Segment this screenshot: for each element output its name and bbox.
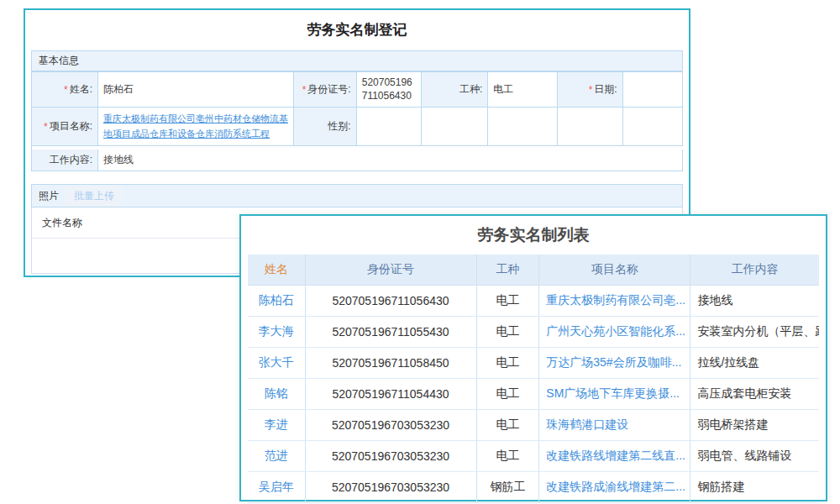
cell-work-content: 钢筋搭建 bbox=[690, 471, 819, 502]
project-name-link[interactable]: 重庆太极制药有限公司亳州中药材仓储物流基地项目成品仓库和设备仓库消防系统工程 bbox=[103, 112, 288, 140]
cell-name-link[interactable]: 李大海 bbox=[248, 316, 305, 347]
form-empty-cell bbox=[623, 108, 683, 146]
column-header-name: 姓名 bbox=[248, 255, 305, 285]
form-empty-cell bbox=[488, 108, 558, 146]
job-type-label: 工种: bbox=[422, 72, 488, 108]
cell-name-link[interactable]: 陈铭 bbox=[248, 378, 305, 409]
table-row: 陈铭 520705196711054430 电工 SM广场地下车库更换摄... … bbox=[248, 378, 819, 409]
cell-work-content: 拉线/拉线盘 bbox=[690, 347, 819, 378]
work-content-label: 工作内容: bbox=[32, 150, 98, 171]
cell-id-number: 520705196711056430 bbox=[305, 285, 476, 316]
cell-name-link[interactable]: 张大千 bbox=[248, 347, 305, 378]
cell-work-content: 接地线 bbox=[690, 285, 819, 316]
batch-upload-button[interactable]: 批量上传 bbox=[66, 186, 123, 207]
table-row: 李进 520705196703053230 电工 珠海鹤港口建设 弱电桥架搭建 bbox=[248, 409, 819, 440]
table-row: 张大千 520705196711058450 电工 万达广场35#会所及咖啡..… bbox=[248, 347, 819, 378]
cell-name-link[interactable]: 陈柏石 bbox=[248, 285, 305, 316]
table-row: 陈柏石 520705196711056430 电工 重庆太极制药有限公司亳...… bbox=[248, 285, 819, 316]
cell-job-type: 电工 bbox=[476, 285, 539, 316]
photo-section-label: 照片 bbox=[39, 189, 59, 203]
form-row-2: * 项目名称: 重庆太极制药有限公司亳州中药材仓储物流基地项目成品仓库和设备仓库… bbox=[32, 108, 683, 146]
cell-project-link[interactable]: 改建铁路成渝线增建第二... bbox=[539, 471, 690, 502]
cell-work-content: 弱电管、线路铺设 bbox=[690, 440, 819, 471]
table-row: 范进 520705196703053230 电工 改建铁路线增建第二线直... … bbox=[248, 440, 819, 471]
required-asterisk: * bbox=[302, 84, 307, 96]
labor-list-table: 姓名 身份证号 工种 项目名称 工作内容 陈柏石 520705196711056… bbox=[248, 255, 819, 503]
date-value-cell[interactable] bbox=[623, 72, 683, 108]
cell-id-number: 520705196711055430 bbox=[305, 316, 476, 347]
required-asterisk: * bbox=[64, 84, 68, 96]
gender-value-cell[interactable] bbox=[357, 108, 423, 146]
table-row: 吴启年 520705196703053230 钢筋工 改建铁路成渝线增建第二..… bbox=[248, 471, 819, 502]
cell-project-link[interactable]: 珠海鹤港口建设 bbox=[539, 409, 690, 440]
list-table-body: 陈柏石 520705196711056430 电工 重庆太极制药有限公司亳...… bbox=[248, 285, 819, 502]
cell-project-link[interactable]: 改建铁路线增建第二线直... bbox=[539, 440, 690, 471]
cell-job-type: 电工 bbox=[476, 409, 539, 440]
form-empty-cell bbox=[422, 108, 488, 146]
column-header-job-type: 工种 bbox=[476, 255, 539, 285]
required-asterisk: * bbox=[44, 121, 48, 133]
cell-name-link[interactable]: 范进 bbox=[248, 440, 305, 471]
column-header-work-content: 工作内容 bbox=[690, 255, 819, 285]
list-title: 劳务实名制列表 bbox=[248, 216, 819, 255]
work-content-value-cell[interactable]: 接地线 bbox=[98, 150, 683, 171]
cell-work-content: 弱电桥架搭建 bbox=[690, 409, 819, 440]
photo-section-header: 照片 批量上传 bbox=[31, 184, 683, 207]
table-header-row: 姓名 身份证号 工种 项目名称 工作内容 bbox=[248, 255, 819, 285]
cell-project-link[interactable]: 万达广场35#会所及咖啡... bbox=[539, 347, 690, 378]
basic-info-section-label: 基本信息 bbox=[39, 54, 79, 68]
column-header-project: 项目名称 bbox=[539, 255, 690, 285]
cell-project-link[interactable]: 重庆太极制药有限公司亳... bbox=[539, 285, 690, 316]
date-label: * 日期: bbox=[558, 72, 623, 108]
cell-id-number: 520705196711058450 bbox=[305, 347, 476, 378]
name-label: * 姓名: bbox=[32, 72, 98, 108]
project-name-label: * 项目名称: bbox=[32, 108, 98, 146]
cell-project-link[interactable]: 广州天心苑小区智能化系... bbox=[539, 316, 690, 347]
cell-job-type: 电工 bbox=[476, 378, 539, 409]
cell-work-content: 安装室内分机（平层、跃... bbox=[690, 316, 819, 347]
project-name-value-cell: 重庆太极制药有限公司亳州中药材仓储物流基地项目成品仓库和设备仓库消防系统工程 bbox=[98, 108, 294, 146]
registration-title: 劳务实名制登记 bbox=[31, 10, 683, 50]
cell-job-type: 钢筋工 bbox=[476, 471, 539, 502]
cell-work-content: 高压成套电柜安装 bbox=[690, 378, 819, 409]
list-panel: 劳务实名制列表 姓名 身份证号 工种 项目名称 工作内容 陈柏石 5207051… bbox=[239, 214, 827, 501]
basic-info-section-header: 基本信息 bbox=[31, 50, 683, 71]
table-row: 李大海 520705196711055430 电工 广州天心苑小区智能化系...… bbox=[248, 316, 819, 347]
cell-id-number: 520705196711054430 bbox=[305, 378, 476, 409]
cell-job-type: 电工 bbox=[476, 347, 539, 378]
cell-name-link[interactable]: 吴启年 bbox=[248, 471, 305, 502]
form-row-3: 工作内容: 接地线 bbox=[32, 150, 683, 171]
column-header-id-number: 身份证号 bbox=[305, 255, 476, 285]
job-type-value-cell[interactable]: 电工 bbox=[488, 72, 558, 108]
cell-job-type: 电工 bbox=[476, 316, 539, 347]
cell-id-number: 520705196703053230 bbox=[305, 440, 476, 471]
cell-id-number: 520705196703053230 bbox=[305, 471, 476, 502]
basic-info-form: * 姓名: 陈柏石 * 身份证号: 520705196711056430 工种:… bbox=[31, 71, 683, 171]
form-row-1: * 姓名: 陈柏石 * 身份证号: 520705196711056430 工种:… bbox=[32, 72, 683, 108]
name-value-cell[interactable]: 陈柏石 bbox=[98, 72, 294, 108]
cell-name-link[interactable]: 李进 bbox=[248, 409, 305, 440]
required-asterisk: * bbox=[589, 84, 593, 96]
cell-id-number: 520705196703053230 bbox=[305, 409, 476, 440]
form-empty-cell bbox=[558, 108, 623, 146]
id-number-value-cell[interactable]: 520705196711056430 bbox=[357, 72, 423, 108]
cell-project-link[interactable]: SM广场地下车库更换摄... bbox=[539, 378, 690, 409]
gender-label: 性别: bbox=[294, 108, 356, 146]
id-number-label: * 身份证号: bbox=[294, 72, 356, 108]
cell-job-type: 电工 bbox=[476, 440, 539, 471]
